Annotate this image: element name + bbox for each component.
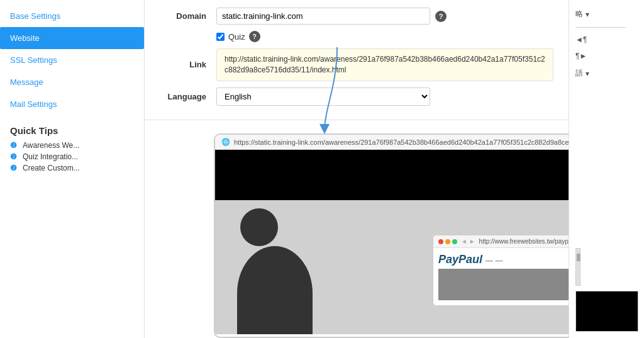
link-label: Link bbox=[160, 60, 216, 69]
main-content: Domain ? Quiz ? Link http://static.train… bbox=[145, 0, 569, 338]
toolbar-btn-1[interactable]: 略 ▾ bbox=[575, 9, 626, 20]
toolbar-chevron-1: ▾ bbox=[586, 10, 589, 19]
tip-text-2: Quiz Integratio... bbox=[23, 152, 78, 161]
toolbar-btn-2[interactable]: ◄¶ bbox=[575, 35, 626, 44]
quiz-row: Quiz ? bbox=[216, 31, 553, 42]
language-row: Language English French German Spanish bbox=[160, 87, 553, 106]
language-label: Language bbox=[160, 92, 216, 101]
browser-preview: 🌐 https://static.training-link.com/aware… bbox=[214, 133, 569, 338]
quick-tips-title: Quick Tips bbox=[10, 125, 134, 136]
inner-browser-image bbox=[438, 269, 569, 300]
tip-text-3: Create Custom... bbox=[23, 164, 80, 172]
inner-browser-url: http://www.freewebsites.tw/paypaul/login… bbox=[479, 238, 569, 245]
link-value: http://static.training-link.com/awarenes… bbox=[216, 48, 553, 81]
toolbar-icon-1: 略 bbox=[575, 9, 583, 20]
link-row: Link http://static.training-link.com/awa… bbox=[160, 48, 553, 81]
browser-url: https://static.training-link.com/awarene… bbox=[234, 138, 569, 146]
inner-browser-dots bbox=[438, 239, 457, 244]
browser-globe-icon: 🌐 bbox=[221, 138, 230, 146]
sidebar-item-ssl-settings[interactable]: SSL Settings bbox=[0, 49, 144, 71]
right-toolbar: 略 ▾ ◄¶ ¶► 語 ▾ bbox=[575, 6, 626, 79]
toolbar-icon-3: ¶► bbox=[575, 52, 587, 60]
toolbar-icon-2: ◄¶ bbox=[575, 35, 587, 44]
tip-icon-1: ❷ bbox=[10, 141, 20, 150]
quiz-checkbox[interactable] bbox=[216, 33, 225, 41]
sidebar-item-mail-settings[interactable]: Mail Settings bbox=[0, 93, 144, 115]
inner-browser-content: PayPaul — — bbox=[433, 248, 569, 305]
right-panel: 略 ▾ ◄¶ ¶► 語 ▾ bbox=[569, 0, 644, 338]
inner-dot-green bbox=[452, 239, 457, 244]
right-panel-bottom bbox=[575, 248, 638, 332]
toolbar-chevron-4: ▾ bbox=[586, 69, 589, 78]
paypau-title: PayPaul — — bbox=[438, 253, 569, 266]
paypau-subtitle: — — bbox=[486, 256, 502, 265]
browser-black-header bbox=[215, 150, 569, 200]
scroll-thumb[interactable] bbox=[577, 254, 580, 261]
scrollbar[interactable] bbox=[575, 248, 580, 286]
browser-body: ◄ ► http://www.freewebsites.tw/paypaul/l… bbox=[215, 200, 569, 334]
domain-input[interactable] bbox=[216, 8, 430, 25]
sidebar: Base Settings Website SSL Settings Messa… bbox=[0, 0, 145, 338]
inner-nav-back: ◄ ► bbox=[461, 238, 475, 245]
browser-bar: 🌐 https://static.training-link.com/aware… bbox=[215, 135, 569, 150]
silhouette-head bbox=[240, 208, 278, 246]
quick-tips-item-2: ❷ Quiz Integratio... bbox=[10, 152, 134, 161]
sidebar-item-message[interactable]: Message bbox=[0, 71, 144, 93]
domain-row: Domain ? bbox=[160, 8, 553, 25]
quick-tips-item-3: ❷ Create Custom... bbox=[10, 164, 134, 172]
toolbar-btn-3[interactable]: ¶► bbox=[575, 52, 626, 60]
sidebar-item-base-settings[interactable]: Base Settings bbox=[0, 5, 144, 27]
tip-icon-2: ❷ bbox=[10, 152, 20, 161]
tip-icon-3: ❷ bbox=[10, 164, 20, 172]
sidebar-item-website[interactable]: Website bbox=[0, 27, 144, 49]
inner-browser-bar: ◄ ► http://www.freewebsites.tw/paypaul/l… bbox=[433, 235, 569, 248]
paypau-brand: PayPaul bbox=[438, 253, 482, 266]
silhouette-container bbox=[228, 208, 322, 334]
toolbar-divider bbox=[575, 27, 626, 28]
toolbar-icon-4: 語 bbox=[575, 68, 583, 79]
domain-help-icon[interactable]: ? bbox=[435, 11, 447, 22]
thumbnail-preview bbox=[575, 291, 638, 332]
settings-area: Domain ? Quiz ? Link http://static.train… bbox=[145, 0, 569, 120]
domain-label: Domain bbox=[160, 11, 216, 21]
silhouette-body bbox=[237, 246, 313, 334]
toolbar-btn-4[interactable]: 語 ▾ bbox=[575, 68, 626, 79]
inner-dot-yellow bbox=[445, 239, 450, 244]
inner-dot-red bbox=[438, 239, 443, 244]
tip-text-1: Awareness We... bbox=[23, 141, 79, 150]
quick-tips-section: Quick Tips ❷ Awareness We... ❷ Quiz Inte… bbox=[0, 115, 144, 180]
language-select[interactable]: English French German Spanish bbox=[216, 87, 430, 106]
quick-tips-item-1: ❷ Awareness We... bbox=[10, 141, 134, 150]
inner-browser-window: ◄ ► http://www.freewebsites.tw/paypaul/l… bbox=[433, 235, 569, 306]
quiz-help-icon[interactable]: ? bbox=[249, 31, 260, 42]
quiz-label: Quiz bbox=[228, 32, 245, 42]
